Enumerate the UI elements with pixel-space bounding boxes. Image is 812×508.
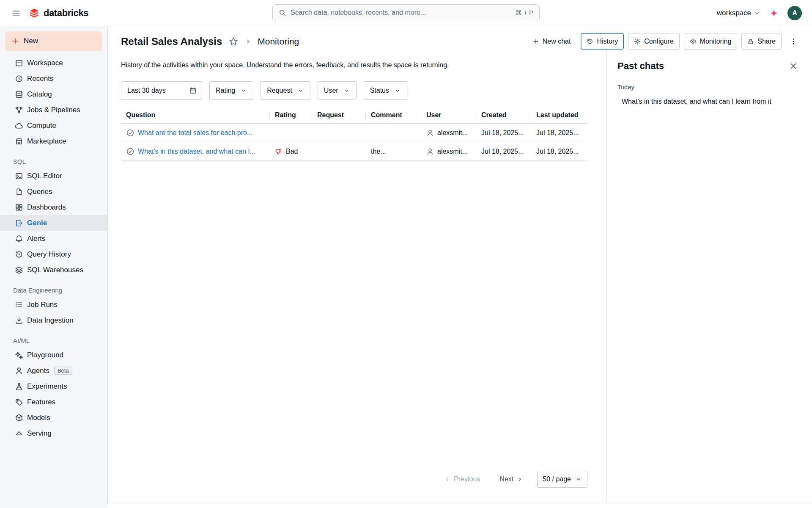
sidebar-item-marketplace[interactable]: Marketplace	[0, 133, 107, 149]
assistant-sparkle-button[interactable]	[768, 7, 780, 19]
rating-filter[interactable]: Rating	[209, 81, 253, 100]
configure-button[interactable]: Configure	[628, 33, 679, 50]
sidebar-item-label: Recents	[27, 75, 53, 83]
sidebar-item-compute[interactable]: Compute	[0, 118, 107, 133]
sidebar-item-dashboards[interactable]: Dashboards	[0, 199, 107, 215]
catalog-icon	[15, 90, 23, 99]
clock-icon	[15, 75, 23, 83]
column-header-user[interactable]: User	[421, 111, 476, 123]
topbar: databricks ⌘ + P workspace A	[0, 0, 812, 26]
table-row[interactable]: What are the total sales for each pro...…	[121, 124, 588, 142]
sidebar-item-jobs-pipelines[interactable]: Jobs & Pipelines	[0, 102, 107, 118]
sidebar-item-data-ingestion[interactable]: Data Ingestion	[0, 312, 107, 328]
sidebar-item-sql-warehouses[interactable]: SQL Warehouses	[0, 262, 107, 278]
global-search[interactable]: ⌘ + P	[272, 4, 540, 21]
sidebar-item-label: Catalog	[27, 90, 52, 99]
plus-icon	[532, 38, 539, 45]
close-icon	[789, 62, 798, 70]
main-content: Retail Sales Analysis Monitoring New cha…	[107, 26, 812, 503]
sidebar-item-queries[interactable]: Queries	[0, 184, 107, 199]
request-filter[interactable]: Request	[261, 81, 310, 100]
status-filter[interactable]: Status	[364, 81, 407, 100]
request-cell	[312, 124, 366, 142]
sidebar-item-query-history[interactable]: Query History	[0, 246, 107, 262]
breadcrumb-current: Monitoring	[258, 36, 299, 47]
previous-page-button[interactable]: Previous	[444, 475, 480, 483]
sidebar-section-sql: SQL	[13, 158, 107, 165]
chevron-down-icon	[754, 10, 760, 17]
table-row[interactable]: What’s in this dataset, and what can I..…	[121, 142, 588, 161]
avatar[interactable]: A	[787, 6, 802, 20]
sidebar-item-genie[interactable]: Genie	[0, 215, 107, 231]
column-header-last-updated[interactable]: Last updated	[531, 111, 588, 123]
monitoring-description: History of the activities within your sp…	[121, 61, 606, 69]
sidebar-item-catalog[interactable]: Catalog	[0, 86, 107, 102]
hamburger-menu-button[interactable]	[10, 7, 22, 19]
sidebar-section-ai-ml: AI/ML	[13, 337, 107, 344]
favorite-star-icon[interactable]	[227, 35, 240, 48]
content-row: History of the activities within your sp…	[108, 50, 812, 503]
lock-icon	[747, 38, 754, 45]
search-input[interactable]	[291, 9, 511, 17]
question-link[interactable]: What’s in this dataset, and what can I..…	[138, 148, 255, 155]
workspace-switcher[interactable]: workspace	[717, 9, 760, 17]
chevron-down-icon	[297, 87, 304, 94]
past-chat-item[interactable]: What’s in this dataset, and what can I l…	[617, 96, 799, 107]
databricks-logo-icon	[29, 8, 40, 19]
document-icon	[15, 188, 23, 196]
sidebar-item-experiments[interactable]: Experiments	[0, 378, 107, 394]
new-button[interactable]: New	[5, 31, 102, 51]
sidebar-item-sql-editor[interactable]: SQL Editor	[0, 168, 107, 184]
past-chats-group-label: Today	[617, 83, 799, 91]
user-filter[interactable]: User	[318, 81, 357, 100]
sidebar-item-workspace[interactable]: Workspace	[0, 55, 107, 71]
sidebar-section-data-engineering: Data Engineering	[13, 287, 107, 294]
comment-cell	[366, 124, 421, 142]
column-header-request[interactable]: Request	[312, 111, 366, 123]
workspace-label: workspace	[717, 9, 751, 17]
sparkles-icon	[15, 351, 23, 359]
column-header-rating[interactable]: Rating	[270, 111, 312, 123]
page-size-select[interactable]: 50 / page	[537, 471, 587, 488]
chevron-down-icon	[240, 87, 247, 94]
user-icon	[426, 129, 434, 137]
close-panel-button[interactable]	[787, 60, 799, 72]
databricks-logo[interactable]: databricks	[29, 8, 88, 19]
sidebar-item-label: Experiments	[27, 382, 67, 391]
column-header-created[interactable]: Created	[476, 111, 531, 123]
hamburger-icon	[12, 9, 20, 17]
sidebar-item-serving[interactable]: Serving	[0, 425, 107, 441]
store-icon	[15, 137, 23, 146]
date-range-filter[interactable]: Last 30 days	[121, 81, 202, 100]
more-options-button[interactable]	[786, 33, 801, 50]
sidebar-item-label: Agents	[27, 367, 49, 375]
next-page-button[interactable]: Next	[499, 475, 523, 483]
sidebar-item-job-runs[interactable]: Job Runs	[0, 297, 107, 312]
bell-icon	[15, 235, 23, 243]
last-updated-cell: Jul 18, 2025...	[531, 142, 588, 160]
sidebar-item-features[interactable]: Features	[0, 394, 107, 410]
list-icon	[15, 301, 23, 309]
sidebar-item-playground[interactable]: Playground	[0, 347, 107, 363]
monitoring-button[interactable]: Monitoring	[684, 33, 738, 50]
column-header-comment[interactable]: Comment	[366, 111, 421, 123]
page-header: Retail Sales Analysis Monitoring New cha…	[108, 26, 812, 50]
page-title: Retail Sales Analysis	[121, 36, 222, 47]
sidebar-item-alerts[interactable]: Alerts	[0, 231, 107, 246]
workspace-icon	[15, 59, 23, 67]
new-chat-button[interactable]: New chat	[527, 33, 577, 50]
sidebar-item-agents[interactable]: Agents Beta	[0, 363, 107, 378]
past-chats-header: Past chats	[617, 60, 799, 72]
sidebar-item-label: Workspace	[27, 59, 63, 67]
sidebar-item-recents[interactable]: Recents	[0, 71, 107, 86]
history-button[interactable]: History	[581, 33, 624, 50]
question-link[interactable]: What are the total sales for each pro...	[138, 129, 252, 137]
question-cell: What’s in this dataset, and what can I..…	[121, 142, 270, 160]
past-chats-title: Past chats	[617, 61, 664, 72]
share-button[interactable]: Share	[741, 33, 782, 50]
column-header-question[interactable]: Question	[121, 111, 270, 123]
serving-icon	[15, 429, 23, 438]
sidebar-item-label: Marketplace	[27, 137, 66, 146]
eye-icon	[690, 38, 697, 45]
sidebar-item-models[interactable]: Models	[0, 410, 107, 425]
